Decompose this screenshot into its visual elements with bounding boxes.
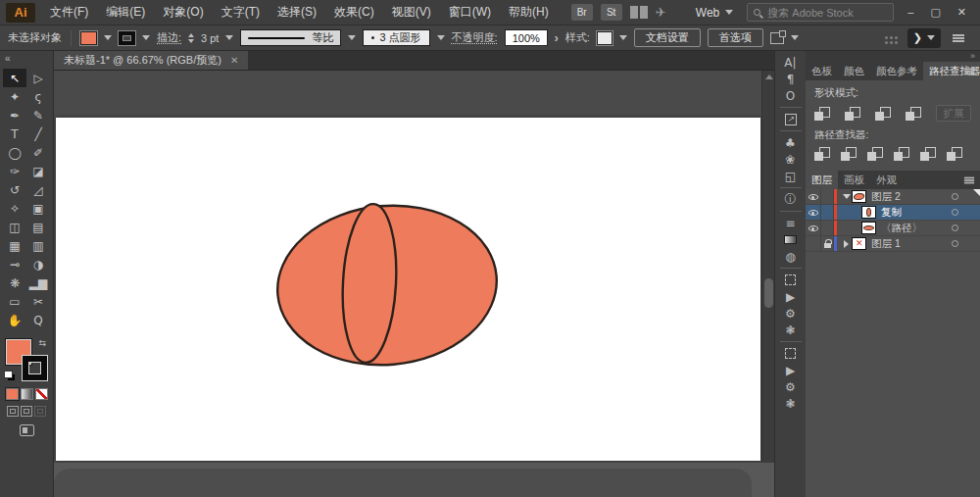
stroke-color-selector[interactable] [23,356,47,380]
scroll-up-icon[interactable] [765,75,773,79]
direct-selection-tool[interactable]: ▷ [26,69,50,87]
paragraph-panel-icon[interactable]: ¶ [775,71,806,87]
target-circle[interactable] [952,209,958,216]
chevron-down-icon[interactable] [225,35,233,40]
default-fill-stroke-icon[interactable] [4,371,13,378]
fill-color-swatch[interactable] [80,31,97,45]
shape-mode-intersect-button[interactable] [875,107,893,121]
settings-panel-icon[interactable]: ⚙ [775,378,806,395]
menu-item[interactable]: 效果(C) [325,0,383,25]
shape-builder-tool[interactable]: ◫ [3,218,26,236]
rotate-tool[interactable]: ↺ [3,180,26,199]
chevron-down-icon[interactable] [791,35,799,40]
lock-toggle[interactable] [821,221,834,235]
gradient-panel-icon[interactable] [775,231,806,248]
layer-row[interactable]: 图层 2 [806,189,980,205]
brush-definition-dropdown[interactable]: 3 点圆形 [363,29,429,46]
change-screen-mode-icon[interactable] [20,424,34,436]
scale-tool[interactable]: ◿ [26,180,50,199]
minimize-button[interactable]: – [907,6,913,19]
draw-normal-mode[interactable] [7,406,19,417]
search-input[interactable] [765,6,873,20]
pathfinder-minus-back-button[interactable] [947,147,964,161]
asset-export-panel-icon[interactable]: ⚙ [775,305,806,322]
chevron-down-icon[interactable] [142,35,150,40]
transform-panel-icon[interactable]: ◱ [775,168,806,184]
bridge-button[interactable]: Br [571,4,593,21]
panel-tab-颜色参考[interactable]: 颜色参考 [870,62,923,80]
hand-tool[interactable]: ✋ [3,311,26,329]
artboard[interactable] [56,118,760,461]
blend-tool[interactable]: ◑ [26,255,50,273]
transparency-panel-icon[interactable]: ◍ [775,248,806,265]
color-button[interactable] [6,388,19,400]
opacity-input[interactable] [511,31,542,45]
panel-tab-图层[interactable]: 图层 [806,171,838,189]
type-tool[interactable]: T [3,124,26,143]
pathfinder-divide-button[interactable] [814,147,832,161]
pen-tool[interactable]: ✒ [3,106,26,124]
width-tool[interactable]: ✧ [3,199,26,218]
panel-tab-色板[interactable]: 色板 [806,62,838,80]
expand-button[interactable]: 扩展 [936,105,971,122]
stroke-label[interactable]: 描边: [157,30,181,45]
symbols-panel-icon[interactable]: ♣ [775,134,806,151]
menu-item[interactable]: 帮助(H) [500,0,558,25]
stroke-color-swatch[interactable] [119,31,135,45]
chevron-down-icon[interactable] [348,35,356,40]
slice-tool[interactable]: ✂ [26,292,50,311]
pencil-tool[interactable]: ✑ [3,162,26,180]
magic-wand-tool[interactable]: ✦ [3,87,26,106]
close-button[interactable]: ✕ [957,6,966,19]
transform-options-icon[interactable] [770,32,784,44]
menu-item[interactable]: 对象(O) [154,0,212,25]
draw-behind-mode[interactable] [21,406,32,417]
gpu-performance-icon[interactable]: ✈ [656,5,666,20]
chevron-down-icon[interactable] [104,35,112,40]
panel-menu-icon[interactable] [964,69,974,75]
vertical-scroll-thumb[interactable] [764,278,773,308]
stroke-panel-icon[interactable]: ≡ [775,215,806,231]
info-panel-icon[interactable]: ⓘ [775,191,806,208]
pathfinder-crop-button[interactable] [894,147,911,161]
list-view-icon[interactable] [953,34,964,42]
arrange-documents-icon[interactable] [630,6,648,19]
gradient-tool[interactable]: ▥ [26,236,50,255]
chevron-down-icon[interactable] [437,35,445,40]
expand-chevron[interactable] [841,240,852,248]
actions-panel-icon-2[interactable]: ▶ [775,362,806,378]
opacity-label[interactable]: 不透明度: [452,30,498,45]
perspective-grid-tool[interactable]: ▤ [26,218,50,236]
column-graph-tool[interactable]: ▂▆ [26,273,50,292]
line-segment-tool[interactable]: ╱ [26,124,50,143]
document-setup-button[interactable]: 文档设置 [634,28,701,47]
touch-workspace-icon[interactable] [885,36,888,39]
ellipse-tool[interactable]: ◯ [3,143,26,162]
draw-inside-mode[interactable] [34,406,46,417]
menu-item[interactable]: 窗口(W) [440,0,500,25]
menu-item[interactable]: 文件(F) [41,0,97,25]
workspace-button[interactable]: ❯ [907,28,941,48]
selection-tool[interactable]: ↖ [3,69,26,87]
horizontal-scrollbar[interactable] [54,463,774,497]
eyedropper-tool[interactable]: ⊸ [3,255,26,273]
lock-toggle[interactable] [821,189,834,204]
pathfinder-trim-button[interactable] [841,147,858,161]
align-panel-icon[interactable] [775,272,806,288]
visibility-toggle[interactable] [806,189,821,204]
vertical-scrollbar[interactable] [761,71,774,463]
layer-row[interactable]: 图层 1 [806,236,980,252]
panel-menu-icon[interactable] [964,177,974,184]
visibility-toggle[interactable] [806,236,821,251]
expand-chevron[interactable] [841,194,852,199]
mesh-tool[interactable]: ▦ [3,236,26,255]
stroke-weight-value[interactable]: 3 pt [201,32,219,44]
menu-item[interactable]: 视图(V) [383,0,440,25]
lock-toggle[interactable] [821,205,834,220]
preferences-button[interactable]: 首选项 [708,28,763,47]
target-circle[interactable] [952,240,958,247]
graphic-styles-panel-icon-2[interactable]: ❃ [775,395,806,412]
panel-tab-颜色[interactable]: 颜色 [838,62,870,80]
gradient-button[interactable] [21,388,33,400]
character-panel-icon[interactable]: A| [775,54,806,71]
